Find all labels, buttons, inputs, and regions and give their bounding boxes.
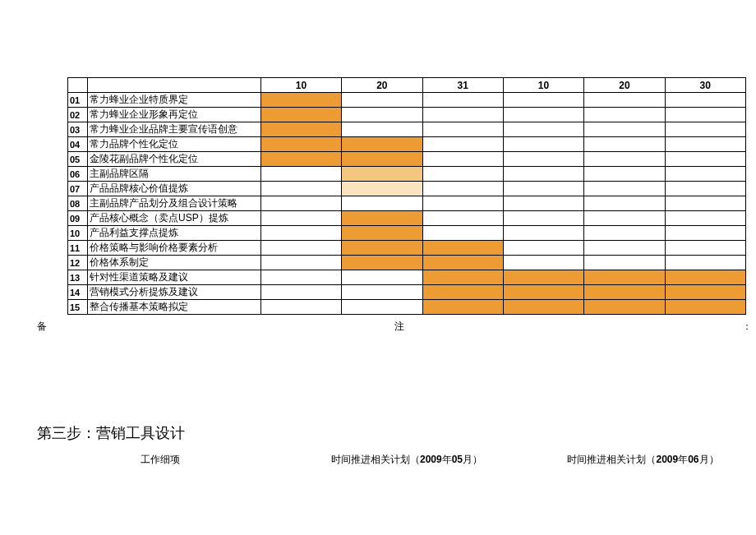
- gantt-cell: [503, 241, 583, 256]
- gantt-cell: [260, 108, 341, 122]
- row-number: 04: [68, 137, 88, 152]
- gantt-cell: [665, 182, 745, 196]
- row-number: 10: [68, 226, 88, 241]
- gantt-cell: [260, 226, 341, 241]
- gantt-cell: [584, 211, 665, 226]
- row-task: 产品品牌核心价值提炼: [88, 182, 261, 196]
- sub-col-c: 时间推进相关计划（2009年06月）: [530, 453, 756, 467]
- gantt-cell: [584, 270, 665, 285]
- header-seg-1: 10: [260, 78, 341, 93]
- row-number: 05: [68, 152, 88, 167]
- sub-b-year: 2009: [420, 454, 442, 465]
- gantt-cell: [503, 256, 583, 270]
- gantt-cell: [260, 152, 341, 167]
- gantt-cell: [665, 300, 745, 315]
- gantt-cell: [665, 108, 745, 122]
- gantt-table-wrap: 10 20 31 10 20 30 01常力蜂业企业特质界定02常力蜂业企业形象…: [67, 77, 746, 315]
- header-seg-5: 20: [584, 78, 665, 93]
- gantt-cell: [584, 167, 665, 182]
- gantt-cell: [422, 196, 503, 211]
- row-task: 主副品牌区隔: [88, 167, 261, 182]
- gantt-cell: [342, 182, 422, 196]
- gantt-cell: [665, 196, 745, 211]
- gantt-cell: [422, 122, 503, 137]
- gantt-cell: [342, 285, 422, 300]
- row-number: 08: [68, 196, 88, 211]
- gantt-cell: [665, 270, 745, 285]
- gantt-cell: [665, 241, 745, 256]
- gantt-cell: [342, 241, 422, 256]
- sub-col-a: 工作细项: [37, 453, 284, 467]
- gantt-cell: [342, 270, 422, 285]
- row-task: 产品核心概念（卖点USP）提炼: [88, 211, 261, 226]
- gantt-cell: [422, 93, 503, 108]
- table-row: 08主副品牌产品划分及组合设计策略: [68, 196, 746, 211]
- gantt-cell: [342, 152, 422, 167]
- header-seg-3: 31: [422, 78, 503, 93]
- gantt-cell: [503, 182, 583, 196]
- gantt-cell: [503, 226, 583, 241]
- row-task: 价格策略与影响价格要素分析: [88, 241, 261, 256]
- table-row: 01常力蜂业企业特质界定: [68, 93, 746, 108]
- row-number: 01: [68, 93, 88, 108]
- header-seg-2: 20: [342, 78, 422, 93]
- gantt-cell: [422, 211, 503, 226]
- gantt-cell: [342, 226, 422, 241]
- step-title: 第三步：营销工具设计: [37, 423, 756, 443]
- gantt-cell: [422, 182, 503, 196]
- gantt-cell: [260, 93, 341, 108]
- gantt-cell: [342, 167, 422, 182]
- gantt-cell: [342, 300, 422, 315]
- gantt-cell: [503, 270, 583, 285]
- gantt-cell: [503, 196, 583, 211]
- sub-b-pre: 时间推进相关计划（: [331, 454, 420, 465]
- row-number: 14: [68, 285, 88, 300]
- gantt-cell: [260, 241, 341, 256]
- row-task: 主副品牌产品划分及组合设计策略: [88, 196, 261, 211]
- gantt-cell: [342, 196, 422, 211]
- row-number: 11: [68, 241, 88, 256]
- notes-right: ：: [742, 320, 752, 334]
- row-task: 常力蜂业企业形象再定位: [88, 108, 261, 122]
- gantt-cell: [665, 226, 745, 241]
- gantt-cell: [342, 108, 422, 122]
- gantt-cell: [260, 122, 341, 137]
- gantt-cell: [665, 256, 745, 270]
- sub-c-post: 月）: [699, 454, 719, 465]
- header-blank-num: [68, 78, 88, 93]
- gantt-cell: [665, 285, 745, 300]
- table-row: 10产品利益支撑点提炼: [68, 226, 746, 241]
- gantt-cell: [260, 137, 341, 152]
- gantt-cell: [422, 152, 503, 167]
- gantt-cell: [422, 137, 503, 152]
- gantt-cell: [342, 256, 422, 270]
- gantt-cell: [260, 285, 341, 300]
- gantt-cell: [584, 137, 665, 152]
- header-seg-6: 30: [665, 78, 745, 93]
- table-row: 07产品品牌核心价值提炼: [68, 182, 746, 196]
- row-task: 整合传播基本策略拟定: [88, 300, 261, 315]
- gantt-cell: [422, 226, 503, 241]
- table-row: 03常力蜂业企业品牌主要宣传语创意: [68, 122, 746, 137]
- row-number: 12: [68, 256, 88, 270]
- table-row: 09产品核心概念（卖点USP）提炼: [68, 211, 746, 226]
- gantt-cell: [503, 300, 583, 315]
- table-row: 15整合传播基本策略拟定: [68, 300, 746, 315]
- gantt-cell: [584, 93, 665, 108]
- notes-mid: 注: [394, 320, 404, 334]
- gantt-cell: [422, 300, 503, 315]
- sub-b-month: 05: [452, 454, 463, 465]
- row-number: 06: [68, 167, 88, 182]
- row-task: 常力蜂业企业特质界定: [88, 93, 261, 108]
- gantt-cell: [422, 285, 503, 300]
- table-row: 02常力蜂业企业形象再定位: [68, 108, 746, 122]
- gantt-cell: [260, 182, 341, 196]
- gantt-cell: [503, 108, 583, 122]
- row-task: 常力品牌个性化定位: [88, 137, 261, 152]
- table-row: 11价格策略与影响价格要素分析: [68, 241, 746, 256]
- sub-c-year: 2009: [656, 454, 678, 465]
- gantt-cell: [665, 152, 745, 167]
- gantt-cell: [260, 167, 341, 182]
- row-task: 营销模式分析提炼及建议: [88, 285, 261, 300]
- sub-col-b: 时间推进相关计划（2009年05月）: [284, 453, 530, 467]
